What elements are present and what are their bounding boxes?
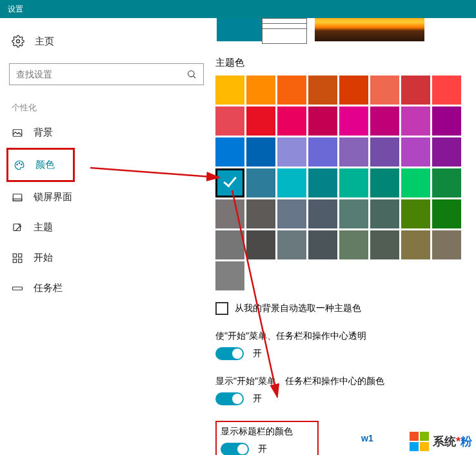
sidebar-item-label: 主题 bbox=[34, 221, 53, 234]
color-swatch[interactable] bbox=[339, 230, 368, 259]
sidebar-item-label: 颜色 bbox=[35, 159, 55, 171]
color-swatch[interactable] bbox=[401, 137, 430, 167]
color-swatch[interactable] bbox=[277, 230, 306, 259]
color-swatch[interactable] bbox=[277, 199, 306, 228]
color-swatch[interactable] bbox=[370, 137, 399, 167]
color-swatch[interactable] bbox=[246, 106, 275, 136]
sidebar: 主页 个性化 背景 颜色 锁屏界面 主题 开始 任务 bbox=[0, 18, 213, 455]
color-swatch[interactable] bbox=[339, 199, 368, 228]
start-icon bbox=[12, 252, 23, 264]
color-swatch[interactable] bbox=[339, 168, 368, 197]
color-swatch[interactable] bbox=[215, 137, 244, 167]
color-swatch[interactable] bbox=[246, 168, 275, 197]
color-swatch[interactable] bbox=[277, 137, 306, 167]
color-swatch[interactable] bbox=[246, 76, 275, 105]
option-titlebar-color: 显示标题栏的颜色 开 bbox=[215, 421, 319, 455]
toggle-state: 开 bbox=[253, 393, 262, 405]
search-box[interactable] bbox=[9, 63, 204, 85]
preview-accent-block bbox=[217, 18, 262, 41]
search-input[interactable] bbox=[16, 69, 186, 79]
color-swatch[interactable] bbox=[401, 76, 430, 105]
color-swatch[interactable] bbox=[432, 199, 461, 228]
color-swatch[interactable] bbox=[215, 168, 244, 197]
accent-heading: 主题色 bbox=[215, 57, 468, 69]
color-swatch[interactable] bbox=[246, 137, 275, 167]
sidebar-item-taskbar[interactable]: 任务栏 bbox=[6, 273, 206, 303]
auto-color-checkbox[interactable] bbox=[215, 302, 228, 315]
svg-point-0 bbox=[17, 40, 20, 43]
sidebar-item-label: 锁屏界面 bbox=[34, 191, 72, 203]
color-swatch[interactable] bbox=[432, 137, 461, 167]
color-swatch[interactable] bbox=[308, 106, 337, 136]
color-swatch[interactable] bbox=[339, 106, 368, 136]
toggle-state: 开 bbox=[258, 443, 267, 455]
color-swatch[interactable] bbox=[401, 230, 430, 259]
option-transparency: 使"开始"菜单、任务栏和操作中心透明 开 bbox=[215, 330, 468, 360]
color-swatch[interactable] bbox=[215, 76, 244, 105]
svg-rect-14 bbox=[13, 287, 23, 290]
color-swatch[interactable] bbox=[370, 76, 399, 105]
color-swatch[interactable] bbox=[308, 230, 337, 259]
color-swatch[interactable] bbox=[277, 106, 306, 136]
color-swatch[interactable] bbox=[339, 76, 368, 105]
option-label: 使"开始"菜单、任务栏和操作中心透明 bbox=[215, 330, 468, 342]
content-pane: 主题色 从我的背景自动选取一种主题色 使"开始"菜单、任务栏和操作中心透明 开 … bbox=[213, 18, 476, 455]
transparency-toggle[interactable] bbox=[215, 347, 244, 360]
color-swatch[interactable] bbox=[308, 137, 337, 167]
color-swatch[interactable] bbox=[339, 137, 368, 167]
color-swatch[interactable] bbox=[401, 199, 430, 228]
svg-rect-12 bbox=[13, 259, 16, 262]
sidebar-item-start[interactable]: 开始 bbox=[6, 243, 206, 273]
svg-rect-8 bbox=[13, 199, 22, 201]
color-swatch[interactable] bbox=[308, 76, 337, 105]
home-label: 主页 bbox=[35, 35, 54, 48]
sidebar-item-label: 背景 bbox=[34, 126, 53, 139]
home-link[interactable]: 主页 bbox=[6, 31, 206, 52]
color-swatch[interactable] bbox=[215, 199, 244, 228]
option-label: 显示标题栏的颜色 bbox=[221, 426, 312, 438]
svg-line-2 bbox=[193, 76, 195, 78]
auto-color-label: 从我的背景自动选取一种主题色 bbox=[235, 303, 361, 314]
color-swatch[interactable] bbox=[432, 168, 461, 197]
color-swatch[interactable] bbox=[246, 230, 275, 259]
titlebar-color-toggle[interactable] bbox=[221, 443, 249, 455]
color-swatch[interactable] bbox=[277, 76, 306, 105]
color-swatch[interactable] bbox=[246, 199, 275, 228]
main-layout: 主页 个性化 背景 颜色 锁屏界面 主题 开始 任务 bbox=[0, 18, 476, 455]
color-swatch[interactable] bbox=[432, 230, 461, 259]
color-swatch[interactable] bbox=[277, 168, 306, 197]
sidebar-item-colors[interactable]: 颜色 bbox=[6, 148, 75, 182]
color-swatch[interactable] bbox=[432, 76, 461, 105]
theme-icon bbox=[12, 222, 23, 234]
svg-point-1 bbox=[188, 71, 194, 77]
watermark: 系统*粉 bbox=[410, 432, 472, 451]
color-swatch[interactable] bbox=[370, 230, 399, 259]
preview-window bbox=[262, 18, 307, 44]
sidebar-item-lockscreen[interactable]: 锁屏界面 bbox=[6, 182, 206, 212]
color-swatch[interactable] bbox=[370, 106, 399, 136]
picture-icon bbox=[12, 127, 23, 139]
color-swatch[interactable] bbox=[215, 106, 244, 136]
watermark-link: w1 bbox=[361, 433, 373, 443]
color-swatch[interactable] bbox=[215, 230, 244, 259]
search-icon bbox=[186, 69, 197, 79]
show-color-toggle[interactable] bbox=[215, 392, 244, 405]
sidebar-item-background[interactable]: 背景 bbox=[6, 117, 206, 148]
color-swatch[interactable] bbox=[401, 168, 430, 197]
window-title: 设置 bbox=[8, 4, 23, 15]
palette-icon bbox=[14, 159, 25, 171]
color-swatch[interactable] bbox=[370, 199, 399, 228]
color-swatch[interactable] bbox=[432, 106, 461, 136]
color-swatch[interactable] bbox=[401, 106, 430, 136]
palette-extra-row bbox=[215, 261, 468, 290]
color-swatch[interactable] bbox=[308, 168, 337, 197]
color-swatch[interactable] bbox=[308, 199, 337, 228]
sidebar-item-label: 任务栏 bbox=[34, 282, 63, 294]
color-swatch[interactable] bbox=[215, 261, 244, 290]
option-label: 显示"开始"菜单、任务栏和操作中心的颜色 bbox=[215, 376, 468, 387]
svg-point-5 bbox=[19, 162, 20, 163]
color-swatch[interactable] bbox=[370, 168, 399, 197]
color-palette bbox=[215, 76, 468, 259]
gear-icon bbox=[12, 35, 25, 48]
sidebar-item-themes[interactable]: 主题 bbox=[6, 212, 206, 243]
